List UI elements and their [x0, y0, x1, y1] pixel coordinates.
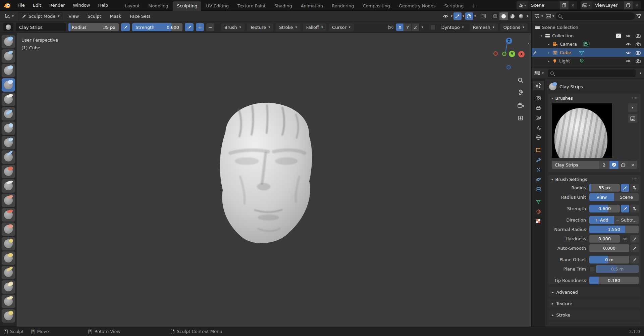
tab-texture-paint[interactable]: Texture Paint — [233, 1, 270, 11]
outliner-editor-icon[interactable] — [534, 14, 540, 18]
auto-smooth-slider[interactable]: 0.000 — [589, 244, 629, 252]
viewlayer-browse-button[interactable]: ▾ — [581, 1, 592, 9]
outliner-row-collection[interactable]: ▾ Collection ✓ — [532, 32, 644, 40]
axis-x-handle[interactable]: X — [518, 51, 525, 57]
tab-output[interactable] — [533, 103, 544, 113]
chevron-down-icon[interactable]: ▾ — [541, 14, 543, 18]
tab-uv-editing[interactable]: UV Editing — [202, 1, 233, 11]
remesh-dropdown[interactable]: Remesh▾ — [470, 23, 498, 31]
tab-particles[interactable] — [533, 165, 544, 174]
direction-subtract-button[interactable]: − Subtr... — [614, 216, 639, 224]
properties-editor-icon[interactable] — [534, 71, 540, 76]
add-workspace-button[interactable]: + — [468, 1, 479, 11]
tab-compositing[interactable]: Compositing — [359, 1, 394, 11]
strength-pressure-toggle[interactable] — [621, 205, 629, 212]
menu-view[interactable]: View — [65, 13, 82, 20]
brush-elastic-deform-button[interactable] — [2, 266, 15, 279]
advanced-panel-header[interactable]: ▸ Advanced — [548, 288, 641, 297]
radius-unit-view-button[interactable]: View — [589, 193, 614, 201]
brush-blob-button[interactable] — [2, 136, 15, 149]
xray-toggle[interactable] — [480, 12, 488, 20]
drag-handle-icon[interactable]: ∷∷ — [632, 96, 638, 100]
tab-object[interactable] — [533, 145, 544, 155]
axis-y-neg-handle[interactable] — [502, 52, 506, 56]
brush-layer-button[interactable] — [2, 107, 15, 121]
tab-rendering[interactable]: Rendering — [328, 1, 358, 11]
light-data-icon[interactable] — [579, 58, 584, 63]
brush-select-dropdown[interactable]: ▾ — [628, 103, 637, 112]
tab-world[interactable] — [533, 133, 544, 142]
axis-x-neg-handle[interactable] — [493, 51, 498, 56]
mirror-y-toggle[interactable]: Y — [404, 23, 411, 31]
radius-pressure-toggle[interactable] — [121, 23, 130, 31]
render-visibility-icon[interactable] — [636, 51, 641, 55]
brush-image-button[interactable] — [628, 114, 637, 123]
plane-offset-slider[interactable]: 0 m — [589, 256, 629, 263]
brush-flatten-button[interactable] — [2, 179, 15, 193]
strength-slider[interactable]: 0.600 — [589, 205, 620, 212]
menu-face-sets[interactable]: Face Sets — [126, 13, 154, 20]
menu-file[interactable]: File — [14, 2, 28, 9]
outliner-row-cube[interactable]: ▸ Cube — [532, 48, 644, 57]
editor-type-button[interactable]: ▾ — [3, 13, 16, 20]
shading-material-button[interactable] — [508, 12, 517, 20]
auto-smooth-pressure-toggle[interactable] — [630, 244, 639, 252]
shading-solid-button[interactable] — [499, 12, 508, 20]
radius-unit-scene-button[interactable]: Scene — [614, 193, 639, 201]
tab-view-layer[interactable] — [533, 113, 544, 123]
render-visibility-icon[interactable] — [636, 42, 641, 46]
tab-animation[interactable]: Animation — [297, 1, 327, 11]
tab-geometry-nodes[interactable]: Geometry Nodes — [395, 1, 440, 11]
radius-pressure-toggle[interactable] — [621, 184, 629, 192]
viewlayer-new-button[interactable] — [624, 1, 633, 9]
zoom-tool-icon[interactable] — [516, 76, 525, 85]
unified-strength-toggle[interactable] — [630, 205, 639, 212]
hide-eye-icon[interactable] — [626, 42, 631, 46]
tab-object-data[interactable] — [533, 197, 544, 206]
direction-add-button[interactable]: + — [196, 23, 204, 31]
viewport-3d[interactable]: User Perspective (1) Cube — [0, 33, 531, 327]
brush-inflate-button[interactable] — [2, 122, 15, 135]
brush-pinch-button[interactable] — [2, 237, 15, 250]
menu-help[interactable]: Help — [95, 2, 112, 9]
hardness-slider[interactable]: 0.000 — [589, 235, 620, 243]
navigation-gizmo[interactable]: Z X Y — [489, 37, 523, 74]
expand-icon[interactable]: ▸ — [547, 59, 550, 63]
tip-roundness-slider[interactable]: 0.180 — [589, 277, 639, 284]
menu-mask[interactable]: Mask — [107, 13, 124, 20]
stroke-panel-header[interactable]: ▸ Stroke — [548, 310, 641, 320]
brush-users-count[interactable]: 2 — [599, 161, 609, 169]
brush-name-input[interactable]: Clay Strips — [552, 161, 599, 169]
mesh-data-icon[interactable] — [579, 50, 585, 55]
outliner-row-camera[interactable]: ▸ Camera — [532, 40, 644, 48]
radius-slider[interactable]: Radius 35 px — [68, 23, 119, 31]
tab-material[interactable] — [533, 207, 544, 216]
axis-z-handle[interactable]: Z — [506, 38, 512, 44]
duplicate-brush-button[interactable] — [619, 161, 628, 169]
viewlayer-name[interactable]: ViewLayer — [592, 3, 624, 8]
options-dropdown[interactable]: Options▾ — [500, 23, 528, 31]
mirror-x-toggle[interactable]: X — [396, 23, 404, 31]
shading-wireframe-button[interactable] — [491, 12, 499, 20]
render-visibility-icon[interactable] — [636, 34, 641, 38]
menu-window[interactable]: Window — [69, 2, 93, 9]
shading-rendered-button[interactable] — [517, 12, 526, 20]
blender-logo-icon[interactable] — [3, 2, 11, 9]
direction-subtract-button[interactable]: − — [206, 23, 214, 31]
brush-name-field[interactable]: Clay Strips — [16, 23, 66, 31]
tab-texture[interactable] — [533, 217, 544, 226]
hide-eye-icon[interactable] — [626, 34, 631, 38]
brush-pose-button[interactable] — [2, 309, 15, 323]
brush-dropdown[interactable]: Brush▾ — [221, 23, 245, 31]
expand-icon[interactable]: ▸ — [547, 51, 550, 54]
brush-crease-button[interactable] — [2, 150, 15, 164]
dyntopo-dropdown[interactable]: Dyntopo▾ — [438, 23, 467, 31]
render-visibility-icon[interactable] — [636, 59, 641, 63]
properties-search-input[interactable] — [548, 69, 636, 77]
fake-user-shield-toggle[interactable] — [609, 161, 619, 169]
brush-thumb-button[interactable] — [2, 295, 15, 308]
brush-draw-sharp-button[interactable] — [2, 49, 15, 63]
sidebar-toggle[interactable]: ‹ — [526, 39, 531, 48]
menu-edit[interactable]: Edit — [30, 2, 45, 9]
orthographic-toggle-icon[interactable]: ⊞ — [516, 113, 525, 122]
